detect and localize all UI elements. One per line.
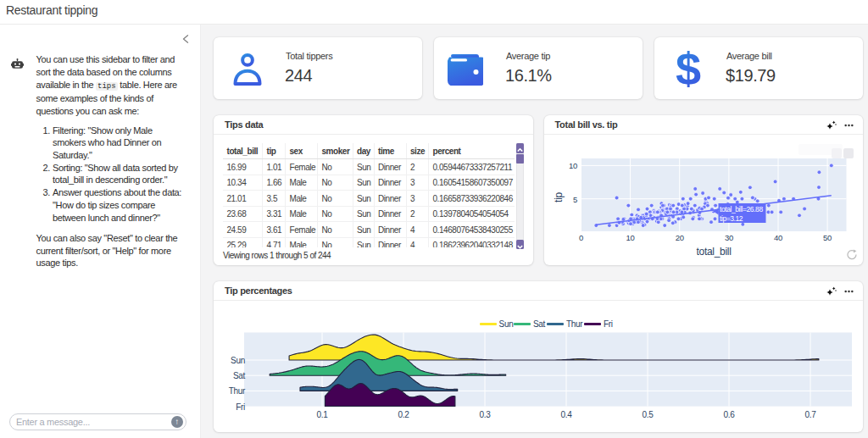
svg-text:tip=3.12: tip=3.12 (720, 214, 743, 223)
svg-text:tip: tip (553, 191, 565, 202)
svg-text:40: 40 (774, 233, 782, 242)
svg-text:50: 50 (823, 233, 832, 242)
svg-text:$: $ (676, 49, 701, 87)
svg-text:10: 10 (569, 161, 577, 170)
svg-text:10: 10 (626, 233, 634, 242)
svg-text:0: 0 (579, 233, 583, 242)
svg-text:5: 5 (573, 195, 577, 204)
svg-text:total_bill=26.88: total_bill=26.88 (720, 205, 763, 213)
svg-text:total_bill: total_bill (696, 246, 731, 258)
svg-text:20: 20 (675, 233, 683, 242)
svg-text:30: 30 (724, 233, 732, 242)
